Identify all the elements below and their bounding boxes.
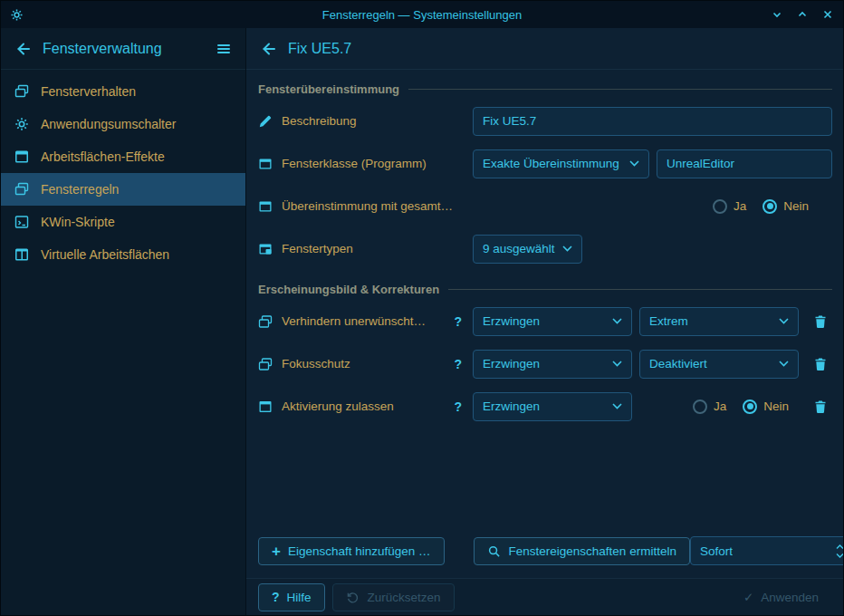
window-class-match-mode-dropdown[interactable]: Exakte Übereinstimmung: [473, 149, 649, 178]
section-appearance-fixes: Erscheinungsbild & Korrekturen: [258, 283, 832, 296]
apply-label: Anwenden: [761, 591, 819, 604]
row-description: Beschreibung: [258, 100, 832, 142]
dropdown-value: Extrem: [649, 314, 688, 328]
pencil-icon: [258, 114, 273, 129]
dropdown-value: 9 ausgewählt: [483, 242, 555, 255]
whole-class-yes-radio[interactable]: Ja: [713, 199, 746, 214]
apply-button[interactable]: ✓ Anwenden: [730, 583, 832, 611]
delete-property-button[interactable]: [809, 395, 832, 419]
delay-value: Sofort: [700, 544, 733, 558]
window-icon: [258, 199, 273, 214]
radio-circle: [693, 399, 707, 414]
sidebar-item-anwendungsumschalter[interactable]: Anwendungsumschalter: [1, 108, 245, 140]
detail-header: Fix UE5.7: [246, 28, 843, 70]
settings-gear-icon: [10, 8, 24, 22]
section-title: Fensterübereinstimmung: [258, 82, 399, 96]
reset-label: Zurücksetzen: [368, 591, 441, 604]
activation-no-radio[interactable]: Nein: [743, 399, 789, 414]
property-row-focus-protection: Fokusschutz ? Erzwingen Deaktiviert: [258, 342, 832, 385]
close-button[interactable]: [821, 8, 834, 21]
bottom-actions: + Eigenschaft hinzufügen … Fenstereigens…: [258, 536, 832, 565]
policy-dropdown[interactable]: Erzwingen: [473, 307, 632, 336]
chevron-down-icon: [629, 160, 639, 167]
desktop-effects-icon: [14, 149, 30, 165]
value-dropdown[interactable]: Extrem: [639, 307, 799, 336]
property-label-group: Verhindern unerwünscht… ?: [258, 314, 473, 329]
sidebar-item-label: Fensterregeln: [41, 182, 119, 197]
search-icon: [487, 544, 502, 558]
section-title: Erscheinungsbild & Korrekturen: [258, 283, 439, 296]
rule-detail-pane: Fix UE5.7 Fensterübereinstimmung Beschre…: [246, 28, 843, 615]
section-divider: [408, 89, 832, 90]
window-behavior-icon: [14, 83, 30, 100]
activation-yes-radio[interactable]: Ja: [693, 399, 726, 414]
property-label-group: Fokusschutz ?: [258, 357, 473, 371]
sidebar-item-label: KWin-Skripte: [41, 215, 115, 229]
titlebar[interactable]: Fensterregeln — Systemeinstellungen: [1, 1, 843, 28]
sidebar-item-arbeitsflaechen-effekte[interactable]: Arbeitsflächen-Effekte: [1, 140, 245, 173]
window-rules-icon: [14, 181, 30, 197]
detect-window-properties-button[interactable]: Fenstereigenschaften ermitteln: [474, 537, 690, 565]
dropdown-value: Erzwingen: [483, 399, 540, 413]
sidebar-item-kwin-skripte[interactable]: KWin-Skripte: [1, 206, 245, 238]
property-row-allow-activation: Aktivierung zulassen ? Erzwingen Ja: [258, 385, 832, 428]
policy-dropdown[interactable]: Erzwingen: [473, 392, 632, 421]
radio-circle: [713, 199, 727, 214]
window-title: Fensterregeln — Systemeinstellungen: [1, 8, 843, 22]
add-property-label: Eigenschaft hinzufügen …: [288, 544, 431, 558]
add-property-button[interactable]: + Eigenschaft hinzufügen …: [258, 537, 445, 565]
radio-circle: [762, 199, 777, 214]
hamburger-menu-icon[interactable]: [215, 40, 233, 58]
empty-space: [258, 428, 832, 529]
whole-class-no-radio[interactable]: Nein: [762, 199, 809, 214]
radio-label: Nein: [763, 399, 789, 413]
help-button[interactable]: ? Hilfe: [258, 583, 325, 611]
help-label: Hilfe: [287, 591, 312, 604]
sidebar-list: Fensterverhalten Anwendungsumschalter Ar…: [1, 70, 245, 271]
overlapping-windows-icon: [258, 314, 273, 329]
help-icon[interactable]: ?: [454, 314, 462, 329]
delete-property-button[interactable]: [809, 310, 832, 333]
row-window-class: Fensterklasse (Programm) Exakte Übereins…: [258, 142, 832, 185]
sidebar-item-virtuelle-arbeitsflaechen[interactable]: Virtuelle Arbeitsflächen: [1, 238, 245, 271]
help-icon[interactable]: ?: [454, 399, 462, 414]
property-label: Aktivierung zulassen: [282, 399, 394, 413]
sidebar-item-label: Fensterverhalten: [41, 84, 136, 99]
chevron-down-icon: [612, 318, 622, 324]
property-row-prevent-unwanted: Verhindern unerwünscht… ? Erzwingen Extr…: [258, 300, 832, 342]
minimize-button[interactable]: [771, 8, 783, 21]
detail-content: Fensterübereinstimmung Beschreibung: [246, 70, 843, 578]
detail-back-arrow-icon[interactable]: [259, 40, 277, 58]
chevron-down-icon: [562, 245, 572, 252]
rule-title: Fix UE5.7: [288, 41, 351, 57]
task-switcher-icon: [14, 116, 30, 132]
maximize-button[interactable]: [796, 8, 809, 21]
sidebar-item-fensterregeln[interactable]: Fensterregeln: [1, 173, 245, 206]
row-whole-class-match: Übereinstimmung mit gesamt… Ja Nein: [258, 185, 832, 227]
sidebar-item-label: Anwendungsumschalter: [41, 117, 176, 131]
description-input[interactable]: [473, 107, 832, 136]
delete-property-button[interactable]: [809, 352, 832, 376]
chevron-down-icon: [779, 318, 789, 324]
sidebar: Fensterverwaltung Fensterverhalten Anwen: [1, 28, 246, 615]
reset-button[interactable]: Zurücksetzen: [332, 583, 455, 611]
window-types-label-group: Fenstertypen: [258, 242, 473, 256]
window-icon: [258, 157, 273, 171]
policy-dropdown[interactable]: Erzwingen: [473, 350, 632, 379]
question-mark-icon: ?: [272, 590, 280, 604]
description-label-group: Beschreibung: [258, 114, 473, 129]
section-divider: [448, 289, 832, 290]
chevron-down-icon: [779, 361, 789, 367]
value-dropdown[interactable]: Deaktiviert: [639, 350, 799, 379]
window-class-input[interactable]: [657, 149, 832, 178]
help-icon[interactable]: ?: [454, 357, 462, 371]
active-window-icon: [258, 399, 273, 414]
virtual-desktops-icon: [14, 246, 30, 263]
sidebar-header: Fensterverwaltung: [1, 28, 245, 70]
spinner-arrows-icon[interactable]: [836, 544, 844, 558]
window-types-dropdown[interactable]: 9 ausgewählt: [473, 235, 582, 264]
detection-delay-spinbox[interactable]: Sofort: [690, 536, 844, 565]
sidebar-item-fensterverhalten[interactable]: Fensterverhalten: [1, 75, 245, 108]
sidebar-title: Fensterverwaltung: [43, 41, 204, 57]
back-arrow-icon[interactable]: [14, 40, 32, 58]
